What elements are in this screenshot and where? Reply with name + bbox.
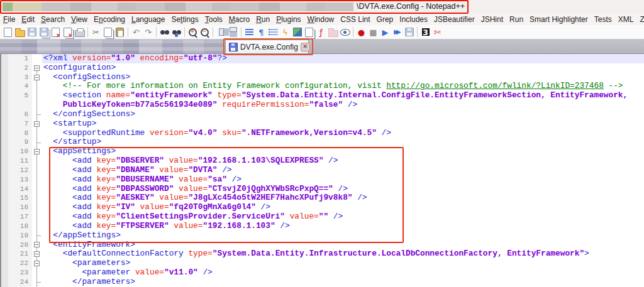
close-icon[interactable] bbox=[50, 26, 62, 38]
bookmark-margin[interactable] bbox=[0, 156, 8, 166]
bookmark-margin[interactable] bbox=[0, 259, 8, 268]
menu-item-encoding[interactable]: Encoding bbox=[91, 15, 128, 24]
menu-item-plugins[interactable]: Plugins bbox=[273, 15, 304, 24]
document-list-icon[interactable] bbox=[303, 26, 315, 38]
fold-minus-box[interactable] bbox=[34, 75, 40, 80]
bookmark-margin[interactable] bbox=[0, 138, 8, 147]
fold-collapse-icon[interactable] bbox=[32, 63, 42, 73]
fold-collapse-icon[interactable] bbox=[32, 119, 42, 129]
replace-icon[interactable] bbox=[170, 26, 182, 38]
copy-icon[interactable] bbox=[102, 26, 114, 38]
sync-horizontal-scrolling-icon[interactable] bbox=[227, 26, 239, 38]
fold-minus-box[interactable] bbox=[34, 65, 40, 71]
record-macro-icon[interactable]: ● bbox=[355, 26, 367, 38]
function-list-icon[interactable]: ƒ bbox=[315, 26, 327, 38]
fold-collapse-icon[interactable] bbox=[32, 259, 42, 268]
bookmark-margin[interactable] bbox=[0, 129, 8, 138]
bookmark-margin[interactable] bbox=[0, 147, 8, 156]
menu-item-jsbeautifier[interactable]: JSBeautifier bbox=[431, 15, 478, 24]
redo-icon[interactable]: ↷ bbox=[142, 26, 154, 38]
fold-minus-box[interactable] bbox=[34, 261, 40, 266]
menu-item-jshint[interactable]: JSHint bbox=[478, 15, 506, 24]
play-macro-icon[interactable]: ▶ bbox=[379, 26, 391, 38]
menu-item-zen-coding[interactable]: Zen Coding bbox=[636, 15, 644, 24]
title-bar[interactable]: \DVTA.exe.Config - Notepad++ bbox=[0, 0, 644, 14]
bookmark-margin[interactable] bbox=[0, 63, 8, 73]
tab-dvta-exe-config[interactable]: DVTA.exe.Config ✕ bbox=[225, 40, 309, 53]
indent-guide-icon[interactable] bbox=[267, 26, 279, 38]
bookmark-margin[interactable] bbox=[0, 110, 8, 119]
new-file-icon[interactable] bbox=[2, 26, 14, 38]
bookmark-margin[interactable] bbox=[0, 203, 8, 212]
stop-macro-icon[interactable]: ■ bbox=[367, 26, 379, 38]
find-icon[interactable] bbox=[158, 26, 170, 38]
bookmark-margin[interactable] bbox=[0, 222, 8, 231]
menu-item-tests[interactable]: Tests bbox=[591, 15, 615, 24]
fold-collapse-icon[interactable] bbox=[32, 241, 42, 250]
folder-as-workspace-icon[interactable] bbox=[327, 26, 339, 38]
plugin-zen-coding-icon[interactable]: ✄ bbox=[431, 26, 443, 38]
menu-item-macro[interactable]: Macro bbox=[226, 15, 253, 24]
fold-collapse-icon[interactable] bbox=[32, 73, 42, 82]
code-editor[interactable]: 1<?xml version="1.0" encoding="utf-8"?>2… bbox=[0, 54, 644, 287]
zoom-out-icon[interactable] bbox=[199, 26, 211, 38]
menu-item-edit[interactable]: Edit bbox=[18, 15, 38, 24]
paste-icon[interactable] bbox=[114, 26, 126, 38]
fold-collapse-icon[interactable] bbox=[32, 147, 42, 156]
doc-switcher-icon[interactable]: ϟ bbox=[279, 26, 291, 38]
menu-item-smart-highlighter[interactable]: Smart Highlighter bbox=[526, 15, 591, 24]
bookmark-margin[interactable] bbox=[0, 91, 8, 100]
bookmark-margin[interactable] bbox=[0, 268, 8, 278]
bookmark-margin[interactable] bbox=[0, 73, 8, 82]
print-icon[interactable] bbox=[74, 26, 86, 38]
sync-vertical-scrolling-icon[interactable] bbox=[215, 26, 227, 38]
bookmark-margin[interactable] bbox=[0, 82, 8, 91]
save-macro-icon[interactable] bbox=[403, 26, 415, 38]
menu-item-file[interactable]: File bbox=[0, 15, 18, 24]
fold-minus-box[interactable] bbox=[34, 251, 40, 257]
fold-minus-box[interactable] bbox=[34, 242, 40, 247]
close-all-icon[interactable] bbox=[62, 26, 74, 38]
bookmark-margin[interactable] bbox=[0, 119, 8, 129]
menu-item-language[interactable]: Language bbox=[128, 15, 168, 24]
menu-item-window[interactable]: Window bbox=[304, 15, 338, 24]
document-map-icon[interactable] bbox=[291, 26, 303, 38]
menu-item-run[interactable]: Run bbox=[506, 15, 526, 24]
menu-item-grep[interactable]: Grep bbox=[374, 15, 397, 24]
bookmark-margin[interactable] bbox=[0, 241, 8, 250]
menu-item-run[interactable]: Run bbox=[253, 15, 273, 24]
file-monitoring-icon[interactable] bbox=[339, 26, 351, 38]
zoom-in-icon[interactable] bbox=[187, 26, 199, 38]
tab-close-icon[interactable]: ✕ bbox=[301, 43, 310, 51]
menu-item-settings[interactable]: Settings bbox=[168, 15, 201, 24]
open-file-icon[interactable] bbox=[14, 26, 26, 38]
undo-icon[interactable]: ↶ bbox=[130, 26, 142, 38]
plugin-3-icon[interactable]: 3 bbox=[419, 26, 431, 38]
bookmark-margin[interactable] bbox=[0, 249, 8, 259]
bookmark-margin[interactable] bbox=[0, 212, 8, 222]
run-macro-multiple-icon[interactable]: ▶▶ bbox=[391, 26, 403, 38]
menu-item-xml[interactable]: XML bbox=[615, 15, 637, 24]
save-icon[interactable] bbox=[26, 26, 38, 38]
bookmark-margin[interactable] bbox=[0, 231, 8, 241]
bookmark-margin[interactable] bbox=[0, 278, 8, 287]
cut-icon[interactable]: ✂ bbox=[90, 26, 102, 38]
word-wrap-icon[interactable] bbox=[243, 26, 255, 38]
show-all-characters-icon[interactable]: ¶ bbox=[255, 26, 267, 38]
save-all-icon[interactable] bbox=[38, 26, 50, 38]
menu-item-view[interactable]: View bbox=[68, 15, 91, 24]
menu-item-css-lint[interactable]: CSS Lint bbox=[337, 15, 373, 24]
menu-item-search[interactable]: Search bbox=[38, 15, 68, 24]
bookmark-margin[interactable] bbox=[0, 185, 8, 194]
bookmark-margin[interactable] bbox=[0, 100, 8, 110]
menu-item-tools[interactable]: Tools bbox=[202, 15, 226, 24]
bookmark-margin[interactable] bbox=[0, 175, 8, 185]
menu-item-includes[interactable]: Includes bbox=[396, 15, 431, 24]
fold-minus-box[interactable] bbox=[34, 121, 40, 127]
bookmark-margin[interactable] bbox=[0, 193, 8, 203]
redacted-inactive-tabs[interactable] bbox=[0, 40, 224, 53]
fold-minus-box[interactable] bbox=[34, 149, 40, 154]
fold-collapse-icon[interactable] bbox=[32, 249, 42, 259]
bookmark-margin[interactable] bbox=[0, 54, 8, 63]
bookmark-margin[interactable] bbox=[0, 166, 8, 175]
